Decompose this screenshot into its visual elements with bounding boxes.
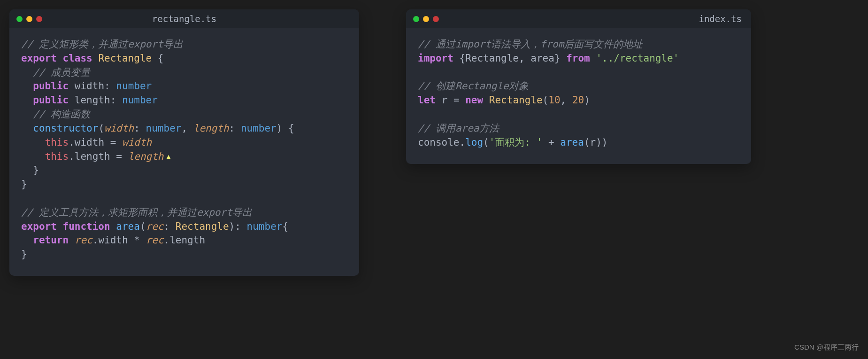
keyword-from: from xyxy=(566,53,590,64)
keyword-let: let xyxy=(418,94,436,106)
titlebar-left: rectangle.ts xyxy=(9,9,359,28)
property-name: width xyxy=(75,80,104,92)
watermark-text: CSDN @程序三两行 xyxy=(794,343,859,352)
string-literal: '面积为: ' xyxy=(489,137,543,148)
traffic-light-red-icon[interactable] xyxy=(36,16,42,22)
titlebar-right: index.ts xyxy=(406,9,751,28)
type: number xyxy=(116,80,152,92)
function-call: area xyxy=(560,137,584,148)
traffic-light-green-icon[interactable] xyxy=(16,16,23,22)
type: number xyxy=(241,123,277,134)
cursor-icon: ▲ xyxy=(167,152,171,162)
identifier: width xyxy=(122,137,152,148)
traffic-light-yellow-icon[interactable] xyxy=(423,16,429,22)
type: number xyxy=(146,123,182,134)
identifier: length xyxy=(128,151,164,162)
traffic-light-green-icon[interactable] xyxy=(413,16,419,22)
identifier: rec xyxy=(146,234,164,246)
traffic-lights xyxy=(413,16,439,22)
comment-line: // 通过import语法导入，from后面写文件的地址 xyxy=(418,39,643,50)
class-name: Rectangle xyxy=(489,94,543,106)
property: length xyxy=(75,151,110,162)
window-title-left: rectangle.ts xyxy=(152,14,216,24)
keyword-export: export xyxy=(21,221,57,232)
comment-line: // 调用area方法 xyxy=(418,123,499,134)
keyword-return: return xyxy=(33,234,69,246)
comment-line: // 成员变量 xyxy=(33,67,90,78)
number-literal: 20 xyxy=(572,94,584,106)
constructor-keyword: constructor xyxy=(33,123,98,134)
import-name: Rectangle xyxy=(465,53,519,64)
return-type: number xyxy=(247,221,283,232)
number-literal: 10 xyxy=(548,94,560,106)
code-editor-right[interactable]: // 通过import语法导入，from后面写文件的地址 import {Rec… xyxy=(406,28,751,164)
window-title-right: index.ts xyxy=(699,14,742,24)
variable: r xyxy=(590,137,596,148)
string-literal: '../rectangle' xyxy=(596,53,679,64)
keyword-new: new xyxy=(465,94,483,106)
console-object: console xyxy=(418,137,460,148)
editor-window-index: index.ts // 通过import语法导入，from后面写文件的地址 im… xyxy=(406,9,751,164)
comment-line: // 定义工具方法，求矩形面积，并通过export导出 xyxy=(21,207,252,218)
import-name: area xyxy=(530,53,554,64)
type: number xyxy=(122,94,158,106)
this-keyword: this xyxy=(45,151,69,162)
keyword-import: import xyxy=(418,53,453,64)
property: width xyxy=(75,137,104,148)
function-name: area xyxy=(116,221,140,232)
property: width xyxy=(98,234,128,246)
comment-line: // 构造函数 xyxy=(33,109,90,120)
keyword-export: export xyxy=(21,53,57,64)
property-name: length xyxy=(75,94,110,106)
traffic-light-red-icon[interactable] xyxy=(433,16,439,22)
keyword-public: public xyxy=(33,80,69,92)
comment-line: // 创建Rectangle对象 xyxy=(418,80,529,92)
keyword-class: class xyxy=(63,53,92,64)
variable: r xyxy=(442,94,448,106)
code-block-rectangle: // 定义矩形类，并通过export导出 export class Rectan… xyxy=(21,38,347,262)
method-name: log xyxy=(465,137,483,148)
traffic-lights xyxy=(16,16,42,22)
keyword-public: public xyxy=(33,94,69,106)
editor-windows-container: rectangle.ts // 定义矩形类，并通过export导出 export… xyxy=(9,9,859,276)
identifier: rec xyxy=(75,234,92,246)
traffic-light-yellow-icon[interactable] xyxy=(26,16,32,22)
comment-line: // 定义矩形类，并通过export导出 xyxy=(21,39,183,50)
code-block-index: // 通过import语法导入，from后面写文件的地址 import {Rec… xyxy=(418,38,739,150)
property: length xyxy=(169,234,205,246)
param: width xyxy=(104,123,134,134)
class-name: Rectangle xyxy=(98,53,152,64)
keyword-function: function xyxy=(63,221,110,232)
type: Rectangle xyxy=(176,221,229,232)
param: rec xyxy=(146,221,164,232)
param: length xyxy=(193,123,229,134)
this-keyword: this xyxy=(45,137,69,148)
editor-window-rectangle: rectangle.ts // 定义矩形类，并通过export导出 export… xyxy=(9,9,359,276)
code-editor-left[interactable]: // 定义矩形类，并通过export导出 export class Rectan… xyxy=(9,28,359,276)
